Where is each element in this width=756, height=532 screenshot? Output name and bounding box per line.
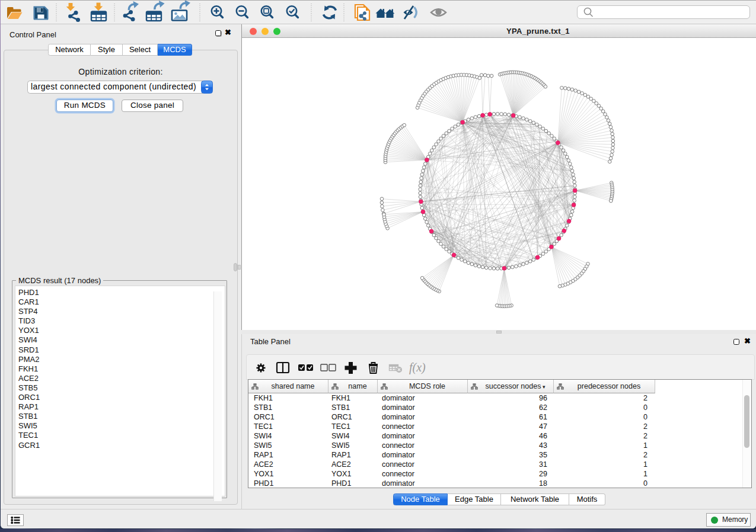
svg-text:f(x): f(x) (409, 361, 426, 374)
